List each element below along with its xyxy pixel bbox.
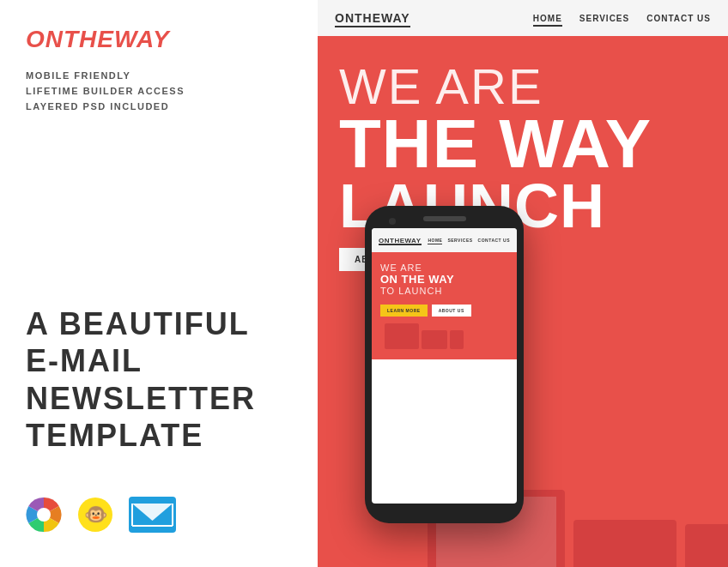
phone-hero-line1: WE ARE	[380, 262, 508, 273]
right-panel: ONTHEWAY HOME SERVICES CONTACT US WE ARE…	[318, 0, 728, 567]
tagline-line4: TEMPLATE	[26, 417, 292, 454]
nav-home[interactable]: HOME	[533, 14, 562, 23]
hero-line2: THE WAY	[339, 112, 707, 177]
hero-line1: WE ARE	[339, 62, 707, 112]
phone-screen: ONTHEWAY HOME SERVICES CONTACT US WE ARE…	[372, 228, 517, 504]
phone-nav-home[interactable]: HOME	[428, 238, 442, 243]
phone-hero-line3: TO LAUNCH	[380, 286, 508, 296]
site-logo: ONTHEWAY	[335, 11, 410, 25]
svg-text:🐵: 🐵	[84, 503, 108, 526]
phone-speaker	[423, 216, 466, 221]
phone-hero: WE ARE ON THE WAY TO LAUNCH LEARN MORE A…	[372, 252, 517, 359]
phone-monitor	[385, 323, 419, 349]
phone-nav-services[interactable]: SERVICES	[447, 238, 472, 243]
feature-3: LAYERED PSD INCLUDED	[26, 101, 292, 112]
phone-nav-contact[interactable]: CONTACT US	[478, 238, 510, 243]
site-nav-links: HOME SERVICES CONTACT US	[533, 14, 711, 23]
phone-about-us-button[interactable]: ABOUT US	[432, 305, 471, 317]
phone-laptop	[422, 330, 447, 349]
phone-hero-line2: ON THE WAY	[380, 273, 508, 286]
feature-2: LIFETIME BUILDER ACCESS	[26, 86, 292, 96]
mailchimp-icon: 🐵	[77, 497, 113, 533]
phone-devices	[380, 317, 508, 349]
nav-contact[interactable]: CONTACT US	[646, 14, 711, 23]
campaign-monitor-icon	[129, 497, 176, 533]
laptop-device	[573, 520, 676, 567]
icons-row: 🐵	[26, 497, 292, 533]
tagline-line2: E-MAIL	[26, 342, 292, 379]
phone-tablet	[450, 330, 464, 349]
site-navbar: ONTHEWAY HOME SERVICES CONTACT US	[318, 0, 728, 36]
feature-1: MOBILE FRIENDLY	[26, 70, 292, 81]
tablet-device	[685, 524, 728, 567]
phone-buttons: LEARN MORE ABOUT US	[380, 305, 508, 317]
phone-mockup: ONTHEWAY HOME SERVICES CONTACT US WE ARE…	[365, 206, 524, 523]
tagline-line3: NEWSLETTER	[26, 380, 292, 417]
laptop-screen	[573, 520, 676, 567]
phone-learn-more-button[interactable]: LEARN MORE	[380, 305, 428, 317]
tagline: A BEAUTIFUL E-MAIL NEWSLETTER TEMPLATE	[26, 305, 292, 454]
brand-title: ONTHEWAY	[26, 26, 292, 53]
phone-nav-links: HOME SERVICES CONTACT US	[428, 238, 510, 243]
left-panel: ONTHEWAY MOBILE FRIENDLY LIFETIME BUILDE…	[0, 0, 318, 567]
nav-services[interactable]: SERVICES	[579, 14, 629, 23]
phone-logo: ONTHEWAY	[379, 237, 422, 244]
tagline-line1: A BEAUTIFUL	[26, 305, 292, 342]
phone-camera	[389, 218, 396, 225]
svg-point-1	[37, 508, 51, 522]
colorwheel-icon	[26, 497, 62, 533]
phone-navbar: ONTHEWAY HOME SERVICES CONTACT US	[372, 228, 517, 252]
features-list: MOBILE FRIENDLY LIFETIME BUILDER ACCESS …	[26, 70, 292, 112]
